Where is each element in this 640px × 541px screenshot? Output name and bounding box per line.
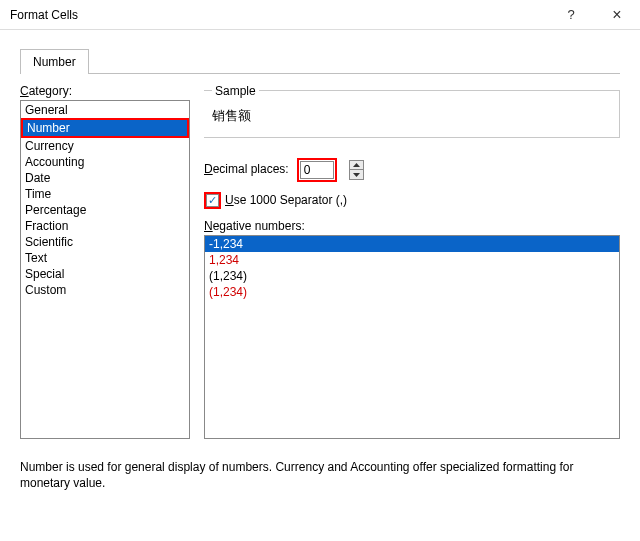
- close-button[interactable]: ×: [594, 0, 640, 30]
- decimal-places-label: Decimal places:: [204, 162, 289, 176]
- tab-number[interactable]: Number: [20, 49, 89, 74]
- decimal-places-row: Decimal places:: [204, 158, 620, 182]
- spinner-up-button[interactable]: [349, 160, 364, 170]
- dialog-content: Number Category: GeneralNumberCurrencyAc…: [0, 30, 640, 510]
- category-item[interactable]: General: [21, 102, 189, 118]
- tab-strip: Number: [20, 48, 620, 74]
- decimal-places-highlight: [297, 158, 337, 182]
- category-list[interactable]: GeneralNumberCurrencyAccountingDateTimeP…: [20, 100, 190, 439]
- negative-numbers-label: Negative numbers:: [204, 219, 620, 233]
- category-item[interactable]: Percentage: [21, 202, 189, 218]
- category-panel: Category: GeneralNumberCurrencyAccountin…: [20, 84, 190, 439]
- category-item[interactable]: Currency: [21, 138, 189, 154]
- decimal-spinner: [349, 160, 364, 180]
- negative-numbers-list[interactable]: -1,2341,234(1,234)(1,234): [204, 235, 620, 439]
- negative-item[interactable]: -1,234: [205, 236, 619, 252]
- category-item[interactable]: Special: [21, 266, 189, 282]
- format-description: Number is used for general display of nu…: [20, 459, 620, 491]
- thousand-separator-label[interactable]: Use 1000 Separator (,): [225, 193, 347, 207]
- category-item[interactable]: Scientific: [21, 234, 189, 250]
- negative-item[interactable]: 1,234: [205, 252, 619, 268]
- thousand-separator-highlight: ✓: [204, 192, 221, 209]
- thousand-separator-row: ✓ Use 1000 Separator (,): [204, 192, 620, 209]
- spinner-down-button[interactable]: [349, 170, 364, 180]
- category-item[interactable]: Custom: [21, 282, 189, 298]
- category-item[interactable]: Date: [21, 170, 189, 186]
- thousand-separator-checkbox[interactable]: ✓: [206, 194, 219, 207]
- negative-item[interactable]: (1,234): [205, 284, 619, 300]
- settings-panel: Sample 销售额 Decimal places:: [204, 84, 620, 439]
- sample-value: 销售额: [204, 90, 620, 138]
- category-item[interactable]: Time: [21, 186, 189, 202]
- svg-marker-0: [353, 163, 360, 167]
- sample-legend: Sample: [212, 84, 259, 98]
- svg-marker-1: [353, 173, 360, 177]
- negative-item[interactable]: (1,234): [205, 268, 619, 284]
- decimal-places-input[interactable]: [300, 161, 334, 179]
- category-item[interactable]: Text: [21, 250, 189, 266]
- category-item[interactable]: Accounting: [21, 154, 189, 170]
- help-button[interactable]: ?: [548, 0, 594, 30]
- sample-group: Sample 销售额: [204, 84, 620, 144]
- category-label: Category:: [20, 84, 190, 98]
- titlebar: Format Cells ? ×: [0, 0, 640, 30]
- window-title: Format Cells: [10, 8, 548, 22]
- category-item[interactable]: Number: [21, 118, 189, 138]
- category-item[interactable]: Fraction: [21, 218, 189, 234]
